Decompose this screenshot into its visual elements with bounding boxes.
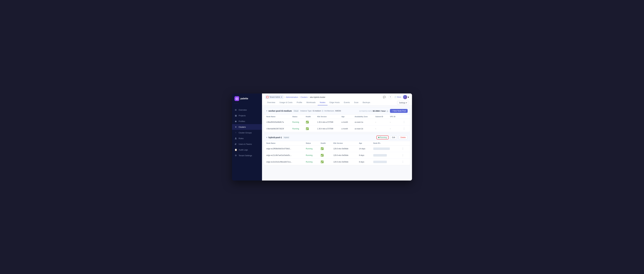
hybrid-pool-edit-button[interactable]: Edit bbox=[390, 136, 397, 139]
col-health: Health bbox=[304, 115, 315, 119]
col-k8s-version: K8s Version bbox=[331, 141, 357, 145]
az-cell: us-east-1b bbox=[352, 125, 373, 132]
hybrid-pool-header-left: ▾ hybrid-pool-1 Hybrid bbox=[266, 136, 290, 139]
breadcrumb-sep-2: / bbox=[299, 96, 300, 98]
sidebar-item-cluster-groups-label: Cluster Groups bbox=[238, 132, 252, 134]
age-cell: 8 days bbox=[356, 159, 371, 165]
row-more-cell: ⋮ bbox=[398, 152, 410, 159]
vpc-cell: - bbox=[388, 119, 400, 125]
docs-button[interactable]: 📄 Docs bbox=[394, 96, 401, 98]
svg-rect-5 bbox=[267, 96, 268, 98]
tab-scan[interactable]: Scan bbox=[352, 100, 360, 105]
sidebar-subtitle: ··· ··· ··· bbox=[232, 102, 262, 106]
page-header: Tenant Admin ▾ / Administration / Cluste… bbox=[262, 94, 412, 106]
header-actions: 💬 ? 📄 Docs ▾ bbox=[382, 95, 409, 99]
tab-edge-hosts[interactable]: Edge Hosts bbox=[328, 100, 342, 105]
hybrid-pool-delete-button[interactable]: Delete bbox=[398, 136, 408, 139]
breadcrumb-admin-link[interactable]: Administration bbox=[286, 96, 298, 98]
tab-usage-costs[interactable]: Usage & Costs bbox=[277, 100, 294, 105]
row-more-button[interactable]: ⋮ bbox=[401, 147, 405, 150]
node-ips-cell: ████████ bbox=[371, 152, 398, 159]
col-node-name: Node Name bbox=[264, 141, 304, 145]
health-cell: ✅ bbox=[304, 119, 315, 125]
audit-logs-icon: 📋 bbox=[234, 148, 237, 151]
sidebar-item-cluster-groups[interactable]: ⁘ Cluster Groups bbox=[232, 130, 262, 136]
chat-icon-button[interactable]: 💬 bbox=[382, 95, 386, 99]
tab-overview[interactable]: Overview bbox=[265, 100, 277, 105]
rate-info-icon[interactable]: i bbox=[386, 110, 388, 112]
sidebar-item-audit-logs[interactable]: 📋 Audit Logs bbox=[232, 147, 262, 153]
age-cell: a month bbox=[339, 119, 352, 125]
col-node-ips: Node IPs bbox=[371, 141, 398, 145]
hybrid-pool-type: Hybrid bbox=[283, 136, 290, 139]
subnet-cell: - bbox=[373, 119, 388, 125]
sidebar-item-projects-label: Projects bbox=[238, 115, 246, 117]
status-cell: Running bbox=[304, 145, 318, 152]
k8s-version-cell: 1.30.4-eks-a737599 bbox=[315, 119, 339, 125]
roles-icon bbox=[234, 137, 237, 140]
tenant-selector[interactable]: Tenant Admin ▾ bbox=[265, 95, 284, 99]
svg-point-4 bbox=[236, 143, 236, 144]
tab-workloads[interactable]: Workloads bbox=[304, 100, 318, 105]
hybrid-pool-chevron-icon[interactable]: ▾ bbox=[266, 136, 267, 138]
health-cell: ✅ bbox=[318, 145, 331, 152]
breadcrumb-current: eks-hybrid-cluster bbox=[310, 96, 326, 98]
vpc-cell: - bbox=[388, 125, 400, 132]
age-cell: 14 days bbox=[356, 145, 371, 152]
user-avatar[interactable]: ▾ bbox=[403, 95, 409, 99]
sidebar-item-users-teams[interactable]: Users & Teams bbox=[232, 141, 262, 147]
tenant-chevron-icon: ▾ bbox=[281, 96, 282, 98]
help-icon-button[interactable]: ? bbox=[388, 95, 392, 99]
row-more-button[interactable]: ⋮ bbox=[402, 120, 406, 124]
overview-icon: ⊞ bbox=[234, 109, 237, 111]
sidebar-item-tenant-settings-label: Tenant Settings bbox=[238, 154, 252, 157]
svg-point-2 bbox=[235, 137, 236, 138]
tab-events[interactable]: Events bbox=[342, 100, 352, 105]
content-area: ▾ worker-pool-t3-medium Cloud Instance T… bbox=[262, 106, 412, 180]
hybrid-pool-name: hybrid-pool-1 bbox=[268, 136, 282, 139]
hybrid-pool-table: Node Name Status Health K8s Version Age … bbox=[264, 141, 410, 165]
row-more-button[interactable]: ⋮ bbox=[401, 160, 405, 164]
col-subnet: Subnet ID bbox=[373, 115, 388, 119]
k8s-version-cell: 129.0-eks-5e0fdde bbox=[331, 159, 357, 165]
docs-label: Docs bbox=[397, 96, 401, 98]
instance-info-icon[interactable]: i bbox=[322, 110, 324, 112]
col-az: Availability Zone bbox=[352, 115, 373, 119]
running-dot-icon bbox=[378, 137, 380, 138]
sidebar-item-projects[interactable]: ▦ Projects bbox=[232, 113, 262, 118]
col-actions bbox=[400, 115, 410, 119]
row-more-button[interactable]: ⋮ bbox=[402, 127, 406, 130]
node-ip-blurred: ████████ bbox=[373, 161, 387, 163]
col-k8s-version: K8s Version bbox=[315, 115, 339, 119]
table-row: edge-ec2e1fcd1cf8bea9d72ca... Running ✅ … bbox=[264, 159, 410, 165]
new-node-pool-button[interactable]: + New Node Pool bbox=[390, 109, 408, 113]
node-ips-cell: ████████ bbox=[371, 159, 398, 165]
settings-button[interactable]: Settings ▾ bbox=[397, 101, 409, 105]
breadcrumb-clusters-link[interactable]: Clusters bbox=[300, 96, 308, 98]
hybrid-pool-running-badge: Running bbox=[376, 136, 388, 139]
sidebar-item-clusters[interactable]: ≡ Clusters bbox=[232, 124, 262, 130]
worker-pool-type: Cloud bbox=[293, 110, 299, 112]
k8s-version-cell: 1.30.4-eks-a737599 bbox=[315, 125, 339, 132]
docs-icon: 📄 bbox=[394, 96, 396, 98]
worker-pool-chevron-icon[interactable]: ▾ bbox=[266, 110, 267, 112]
sidebar-item-profiles[interactable]: ◉ Profiles bbox=[232, 118, 262, 124]
tenant-label: Tenant Admin bbox=[269, 96, 280, 98]
status-cell: Running bbox=[290, 125, 303, 132]
tab-profile[interactable]: Profile bbox=[294, 100, 304, 105]
subnet-cell: - bbox=[373, 125, 388, 132]
age-cell: 8 days bbox=[356, 152, 371, 159]
tab-backups[interactable]: Backups bbox=[360, 100, 372, 105]
tab-nodes[interactable]: Nodes bbox=[318, 100, 328, 105]
sidebar-item-roles[interactable]: Roles bbox=[232, 136, 262, 141]
sidebar-item-users-teams-label: Users & Teams bbox=[238, 143, 252, 145]
row-more-button[interactable]: ⋮ bbox=[401, 153, 405, 157]
sidebar-item-tenant-settings[interactable]: ⚙ Tenant Settings bbox=[232, 153, 262, 158]
clusters-icon: ≡ bbox=[234, 126, 237, 128]
hybrid-pool-status: Running bbox=[380, 136, 387, 138]
sidebar-item-audit-logs-label: Audit Logs bbox=[238, 149, 248, 151]
users-teams-icon bbox=[234, 143, 237, 145]
node-name-cell: i-0be4ab9b33673023f bbox=[264, 125, 290, 132]
settings-chevron-icon: ▾ bbox=[406, 102, 407, 104]
sidebar-item-overview[interactable]: ⊞ Overview bbox=[232, 107, 262, 113]
